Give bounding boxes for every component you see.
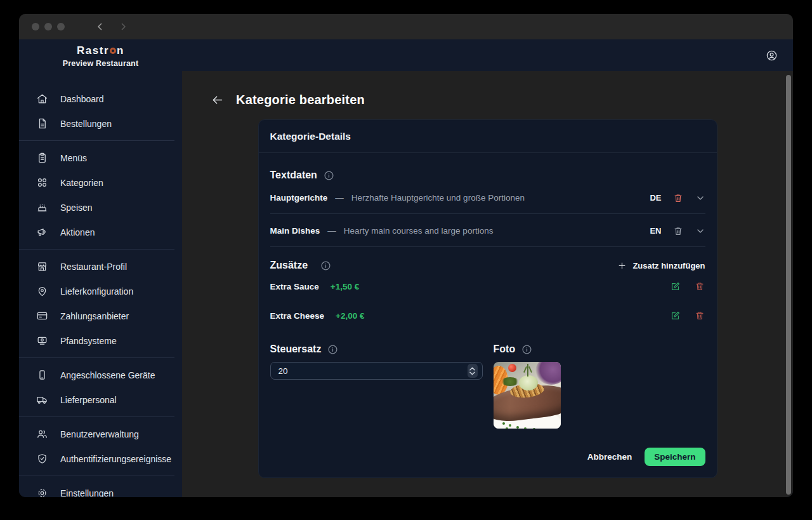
sidebar-item-bestellungen[interactable]: Bestellungen <box>19 111 182 136</box>
tax-rate-input[interactable] <box>270 362 483 380</box>
gear-icon <box>36 487 48 497</box>
sidebar-item-kategorien[interactable]: Kategorien <box>19 170 182 195</box>
textdata-row: Hauptgerichte — Herzhafte Hauptgerichte … <box>270 182 705 214</box>
logo-text-right: n <box>117 44 124 57</box>
logo: Rastrn <box>19 44 182 57</box>
trash-icon[interactable] <box>673 225 684 236</box>
sidebar-item-label: Zahlungsanbieter <box>60 311 129 321</box>
zoom-window-button[interactable] <box>57 23 65 30</box>
info-icon[interactable] <box>324 170 334 181</box>
dish-icon <box>36 201 48 213</box>
card-title: Kategorie-Details <box>259 120 717 153</box>
sidebar-item-zahlungsanbieter[interactable]: Zahlungsanbieter <box>19 303 182 328</box>
sidebar-item-label: Dashboard <box>60 94 104 104</box>
storefront-icon <box>36 260 48 272</box>
sidebar-item-authentifizierungsereignisse[interactable]: Authentifizierungsereignisse <box>19 446 182 471</box>
sidebar-item-aktionen[interactable]: Aktionen <box>19 220 182 244</box>
chevron-down-icon[interactable] <box>695 193 705 203</box>
cancel-button[interactable]: Abbrechen <box>585 448 635 465</box>
sidebar-item-angeschlossene-geraete[interactable]: Angeschlossene Geräte <box>19 363 182 387</box>
app-window: Rastrn Preview Restaurant Dashboard Best… <box>19 14 793 497</box>
number-stepper[interactable] <box>468 364 478 378</box>
clipboard-icon <box>36 152 48 164</box>
category-details-card: Kategorie-Details Textdaten Hauptgericht… <box>258 119 717 478</box>
addon-name: Extra Cheese <box>270 311 325 321</box>
credit-card-icon <box>36 310 48 322</box>
history-forward-icon[interactable] <box>117 20 129 33</box>
photo-art <box>508 364 516 372</box>
back-arrow-icon[interactable] <box>210 93 224 107</box>
sidebar-divider <box>19 417 174 417</box>
sidebar-item-benutzerverwaltung[interactable]: Benutzerverwaltung <box>19 422 182 446</box>
edit-icon[interactable] <box>670 310 681 321</box>
document-icon <box>36 117 48 130</box>
minimize-window-button[interactable] <box>44 23 52 30</box>
sidebar-item-label: Speisen <box>60 203 93 213</box>
category-photo[interactable] <box>494 362 561 429</box>
textdata-row: Main Dishes — Hearty main courses and la… <box>270 215 705 247</box>
trash-icon[interactable] <box>673 192 684 203</box>
users-icon <box>36 428 48 440</box>
sidebar-item-label: Menüs <box>60 153 87 163</box>
edit-icon[interactable] <box>670 281 681 292</box>
logo-o-icon <box>110 48 116 54</box>
addon-name: Extra Sauce <box>270 282 319 291</box>
sidebar-divider <box>19 476 174 476</box>
chevron-down-icon[interactable] <box>695 226 705 236</box>
separator: — <box>327 226 336 236</box>
trash-icon[interactable] <box>695 310 705 321</box>
sidebar-item-restaurant-profil[interactable]: Restaurant-Profil <box>19 254 182 279</box>
photo-art <box>519 375 538 390</box>
language-badge: DE <box>650 193 661 203</box>
sidebar-item-menus[interactable]: Menüs <box>19 145 182 170</box>
shield-check-icon <box>36 453 48 465</box>
window-titlebar <box>19 14 793 39</box>
addons-heading: Zusätze <box>270 260 308 271</box>
photo-art <box>502 422 505 425</box>
history-back-icon[interactable] <box>94 20 107 33</box>
cash-icon <box>36 335 48 347</box>
sidebar-item-lieferkonfiguration[interactable]: Lieferkonfiguration <box>19 279 182 303</box>
main-content: Kategorie bearbeiten Kategorie-Details T… <box>182 71 793 497</box>
textdata-description: Herzhafte Hauptgerichte und große Portio… <box>351 193 525 203</box>
sidebar-item-label: Lieferkonfiguration <box>60 286 133 297</box>
sidebar-item-label: Einstellungen <box>60 488 114 498</box>
home-icon <box>36 93 48 105</box>
addon-row: Extra Sauce +1,50 € <box>270 272 705 300</box>
addon-price: +2,00 € <box>336 311 364 321</box>
textdata-heading: Textdaten <box>270 170 317 181</box>
sidebar-item-label: Angeschlossene Geräte <box>60 370 155 380</box>
plus-icon <box>617 261 627 270</box>
info-icon[interactable] <box>521 344 532 355</box>
sidebar-item-lieferpersonal[interactable]: Lieferpersonal <box>19 387 182 412</box>
truck-icon <box>36 394 48 406</box>
sidebar-item-label: Kategorien <box>60 178 103 188</box>
restaurant-name: Preview Restaurant <box>19 59 182 68</box>
sidebar-item-label: Benutzerverwaltung <box>60 429 139 439</box>
info-icon[interactable] <box>320 260 331 271</box>
vertical-scrollbar[interactable] <box>786 75 791 495</box>
photo-heading: Foto <box>494 343 516 355</box>
add-addon-button[interactable]: Zusatz hinzufügen <box>617 261 705 270</box>
sidebar-item-einstellungen[interactable]: Einstellungen <box>19 481 182 497</box>
sidebar: Dashboard Bestellungen Menüs Kategorien <box>19 71 182 497</box>
sidebar-divider <box>19 249 174 250</box>
textdata-name: Main Dishes <box>270 226 320 236</box>
sidebar-item-speisen[interactable]: Speisen <box>19 195 182 220</box>
sidebar-item-dashboard[interactable]: Dashboard <box>19 86 182 111</box>
sidebar-item-label: Aktionen <box>60 227 95 237</box>
save-button[interactable]: Speichern <box>645 448 705 466</box>
megaphone-icon <box>36 226 48 238</box>
info-icon[interactable] <box>327 344 338 355</box>
add-addon-label: Zusatz hinzufügen <box>632 261 705 270</box>
sidebar-item-pfandsysteme[interactable]: Pfandsysteme <box>19 328 182 353</box>
sidebar-divider <box>19 140 174 141</box>
logo-text-left: Rastr <box>77 44 109 57</box>
user-account-icon[interactable] <box>760 44 783 67</box>
textdata-name: Hauptgerichte <box>270 193 328 203</box>
trash-icon[interactable] <box>695 281 705 292</box>
tax-heading: Steuersatz <box>270 343 322 355</box>
sidebar-item-label: Authentifizierungsereignisse <box>60 454 171 464</box>
close-window-button[interactable] <box>32 23 39 30</box>
addon-price: +1,50 € <box>331 282 359 291</box>
